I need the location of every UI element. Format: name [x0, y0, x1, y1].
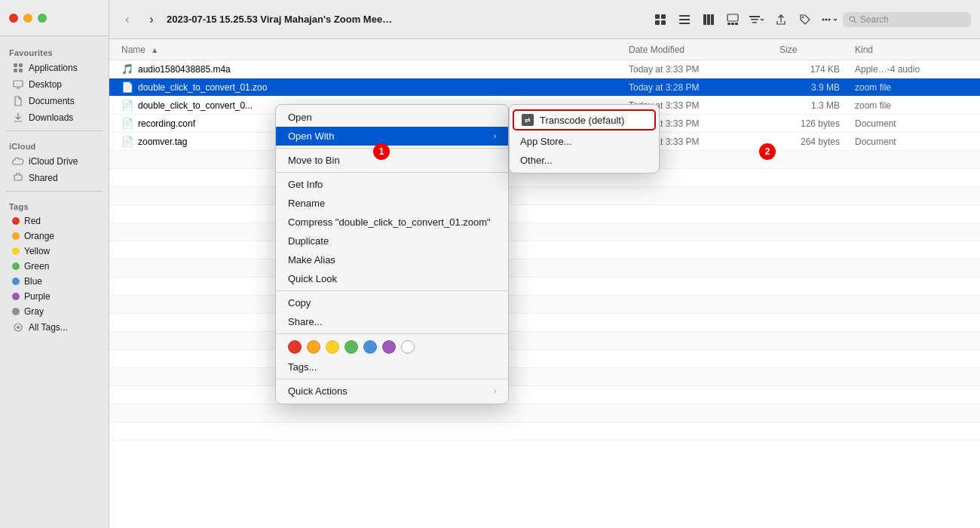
sidebar-item-tag-blue[interactable]: Blue	[3, 274, 106, 289]
maximize-button[interactable]	[38, 14, 47, 23]
all-tags-icon	[12, 321, 24, 333]
empty-row	[109, 187, 980, 205]
sidebar-item-tag-orange[interactable]: Orange	[3, 229, 106, 244]
sidebar-item-tag-green[interactable]: Green	[3, 259, 106, 274]
file-row[interactable]: 📄 double_click_to_convert_01.zoo Today a…	[109, 78, 980, 97]
gallery-view-button[interactable]	[722, 9, 743, 30]
column-header-kind[interactable]: Kind	[855, 45, 968, 55]
column-header-date[interactable]: Date Modified	[629, 45, 779, 55]
svg-rect-11	[655, 20, 660, 25]
file-date: Today at 3:28 PM	[629, 82, 779, 93]
color-orange[interactable]	[307, 340, 320, 354]
ctx-open-with[interactable]: Open With ›	[276, 127, 508, 146]
svg-rect-0	[14, 63, 17, 67]
file-kind: Document	[855, 137, 968, 147]
tag-button[interactable]	[795, 9, 816, 30]
sidebar-item-label: Shared	[29, 173, 58, 183]
ctx-rename[interactable]: Rename	[276, 194, 508, 213]
file-kind: zoom file	[855, 100, 968, 111]
ctx-divider	[276, 148, 508, 149]
search-input[interactable]	[860, 14, 965, 25]
svg-rect-21	[731, 23, 734, 25]
ctx-compress[interactable]: Compress "double_click_to_convert_01.zoo…	[276, 213, 508, 232]
submenu-transcode-default[interactable]: ⇄ Transcode (default)	[513, 109, 656, 130]
empty-row	[109, 404, 980, 422]
window-title: 2023-07-15 15.25.53 Viraj Mahajan's Zoom…	[167, 14, 393, 25]
color-yellow[interactable]	[326, 340, 339, 354]
tag-label: Blue	[24, 276, 42, 287]
file-row[interactable]: 🎵 audio1580438885.m4a Today at 3:33 PM 1…	[109, 60, 980, 78]
tag-label: Purple	[24, 291, 51, 302]
more-button[interactable]	[819, 9, 840, 30]
color-none[interactable]	[401, 340, 415, 354]
sidebar-item-tag-yellow[interactable]: Yellow	[3, 244, 106, 259]
ctx-get-info[interactable]: Get Info	[276, 175, 508, 194]
toolbar: ‹ › 2023-07-15 15.25.53 Viraj Mahajan's …	[109, 0, 980, 39]
file-size: 126 bytes	[779, 118, 855, 129]
svg-rect-10	[661, 14, 666, 19]
forward-button[interactable]: ›	[142, 11, 161, 29]
tag-label: Yellow	[24, 246, 50, 256]
empty-row	[109, 241, 980, 259]
sidebar-item-downloads[interactable]: Downloads	[3, 109, 106, 126]
sidebar-item-applications[interactable]: Applications	[3, 60, 106, 76]
document-icon	[12, 95, 24, 107]
file-size: 1.3 MB	[779, 100, 855, 111]
svg-rect-16	[703, 14, 706, 25]
back-button[interactable]: ‹	[118, 11, 136, 29]
ctx-quick-look[interactable]: Quick Look	[276, 269, 508, 288]
sidebar-item-tag-gray[interactable]: Gray	[3, 304, 106, 319]
color-green[interactable]	[345, 340, 358, 354]
svg-rect-14	[679, 19, 690, 20]
svg-rect-22	[735, 23, 738, 25]
search-box	[843, 12, 971, 27]
share-button[interactable]	[770, 9, 792, 30]
sort-arrow: ▲	[151, 46, 158, 54]
sidebar-item-shared[interactable]: Shared	[3, 170, 106, 186]
ctx-divider	[276, 172, 508, 173]
color-red[interactable]	[288, 340, 302, 354]
column-header-size[interactable]: Size	[779, 45, 855, 55]
ctx-quick-actions[interactable]: Quick Actions ›	[276, 382, 508, 401]
sidebar-item-icloud-drive[interactable]: iCloud Drive	[3, 153, 106, 170]
empty-row	[109, 368, 980, 386]
svg-rect-18	[711, 14, 714, 25]
sidebar-item-tag-purple[interactable]: Purple	[3, 289, 106, 304]
transcode-icon: ⇄	[522, 114, 534, 126]
ctx-make-alias[interactable]: Make Alias	[276, 250, 508, 269]
close-button[interactable]	[9, 14, 18, 23]
grid-view-button[interactable]	[650, 9, 671, 30]
sidebar-item-tag-red[interactable]: Red	[3, 213, 106, 229]
tag-label: All Tags...	[29, 322, 68, 333]
file-name: audio1580438885.m4a	[138, 64, 629, 75]
sidebar-divider	[6, 130, 103, 131]
search-icon	[849, 15, 857, 24]
ctx-share[interactable]: Share...	[276, 312, 508, 331]
color-purple[interactable]	[382, 340, 396, 354]
step-badge-2: 2	[759, 143, 776, 160]
cloud-icon	[12, 155, 24, 167]
submenu-other[interactable]: Other...	[510, 151, 659, 170]
column-view-button[interactable]	[698, 9, 719, 30]
tag-label: Gray	[24, 306, 44, 317]
ctx-open[interactable]: Open	[276, 108, 508, 127]
ctx-duplicate[interactable]: Duplicate	[276, 232, 508, 250]
color-blue[interactable]	[363, 340, 377, 354]
ctx-copy[interactable]: Copy	[276, 293, 508, 312]
sidebar-item-documents[interactable]: Documents	[3, 93, 106, 109]
ctx-move-to-bin[interactable]: Move to Bin	[276, 151, 508, 170]
sidebar-item-all-tags[interactable]: All Tags...	[3, 319, 106, 336]
ctx-tags[interactable]: Tags...	[276, 358, 508, 376]
submenu-app-store[interactable]: App Store...	[510, 132, 659, 151]
svg-rect-20	[727, 23, 730, 25]
list-view-button[interactable]	[674, 9, 695, 30]
sidebar-item-desktop[interactable]: Desktop	[3, 76, 106, 93]
submenu-default-app-label: Transcode (default)	[540, 115, 624, 126]
minimize-button[interactable]	[23, 14, 32, 23]
submenu-item-label: Other...	[520, 155, 553, 166]
sidebar-item-label: Downloads	[29, 112, 73, 123]
column-header-name[interactable]: Name ▲	[121, 45, 629, 55]
sidebar-item-label: Desktop	[29, 79, 62, 90]
group-button[interactable]	[746, 9, 767, 30]
sidebar-item-label: Applications	[29, 63, 78, 73]
